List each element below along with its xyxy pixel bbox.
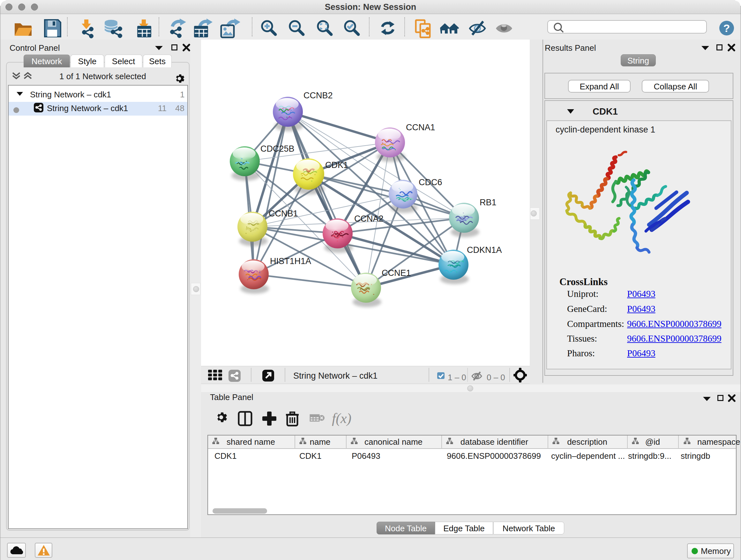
- svg-text:CCNA1: CCNA1: [406, 123, 435, 132]
- svg-text:RB1: RB1: [480, 198, 496, 207]
- svg-text:CDC6: CDC6: [419, 178, 442, 187]
- svg-text:CDC25B: CDC25B: [260, 144, 294, 153]
- svg-text:CCNA2: CCNA2: [354, 214, 384, 224]
- svg-text:HIST1H1A: HIST1H1A: [270, 256, 311, 266]
- svg-text:CCNB2: CCNB2: [304, 91, 333, 100]
- svg-text:CDKN1A: CDKN1A: [467, 245, 502, 255]
- svg-text:f(x): f(x): [332, 411, 351, 426]
- svg-text:CDK1: CDK1: [325, 160, 348, 170]
- svg-text:CCNE1: CCNE1: [382, 268, 411, 278]
- svg-text:?: ?: [724, 22, 730, 34]
- svg-text:CCNB1: CCNB1: [269, 209, 298, 219]
